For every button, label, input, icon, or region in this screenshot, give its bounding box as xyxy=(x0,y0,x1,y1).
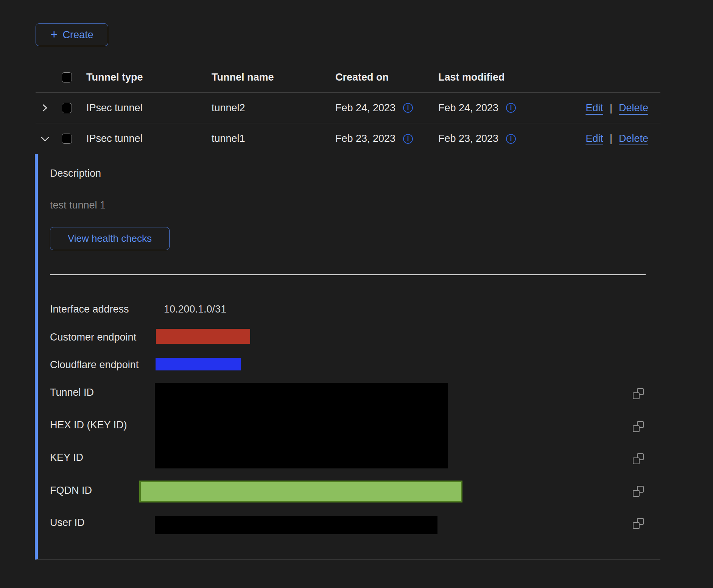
row-checkbox[interactable] xyxy=(62,103,72,113)
plus-icon: + xyxy=(50,28,58,40)
interface-address-label: Interface address xyxy=(50,303,129,315)
cell-created-on: Feb 24, 2023 xyxy=(335,102,395,114)
copy-user-id-button[interactable] xyxy=(633,518,644,529)
row-checkbox[interactable] xyxy=(62,134,72,144)
delete-link[interactable]: Delete xyxy=(619,102,648,114)
cloudflare-endpoint-label: Cloudflare endpoint xyxy=(50,359,139,371)
table-row-tunnel1: IPsec tunnel tunnel1 Feb 23, 2023 i Feb … xyxy=(36,123,660,154)
header-tunnel-name: Tunnel name xyxy=(212,72,335,83)
info-icon[interactable]: i xyxy=(403,134,413,144)
section-divider xyxy=(50,274,646,275)
table-header-row: Tunnel type Tunnel name Created on Last … xyxy=(36,62,660,93)
edit-link[interactable]: Edit xyxy=(585,102,603,114)
edit-link[interactable]: Edit xyxy=(585,133,603,145)
header-last-modified: Last modified xyxy=(438,72,550,83)
tunnel-id-label: Tunnel ID xyxy=(50,387,94,398)
description-value: test tunnel 1 xyxy=(50,199,106,211)
info-icon[interactable]: i xyxy=(506,134,516,144)
copy-tunnel-id-button[interactable] xyxy=(633,388,644,399)
description-label: Description xyxy=(50,168,101,179)
user-id-label: User ID xyxy=(50,517,85,529)
cloudflare-endpoint-redacted-value xyxy=(156,358,241,370)
ids-redacted-value xyxy=(155,383,448,468)
customer-endpoint-label: Customer endpoint xyxy=(50,331,136,343)
cell-tunnel-type: IPsec tunnel xyxy=(86,102,212,114)
copy-hex-id-button[interactable] xyxy=(633,421,644,432)
user-id-redacted-value xyxy=(155,516,437,534)
copy-key-id-button[interactable] xyxy=(633,453,644,464)
create-tunnel-button[interactable]: + Create xyxy=(36,23,108,46)
fqdn-id-label: FQDN ID xyxy=(50,485,92,496)
tunnels-table: Tunnel type Tunnel name Created on Last … xyxy=(36,62,660,154)
table-row-tunnel2: IPsec tunnel tunnel2 Feb 24, 2023 i Feb … xyxy=(36,93,660,123)
customer-endpoint-redacted-value xyxy=(156,329,250,344)
fqdn-id-redacted-value xyxy=(139,481,462,502)
cell-tunnel-name: tunnel2 xyxy=(212,102,335,114)
chevron-right-icon xyxy=(40,103,49,112)
hex-id-label: HEX ID (KEY ID) xyxy=(50,419,127,431)
tunnel-detail-panel: Description test tunnel 1 View health ch… xyxy=(35,154,660,560)
header-tunnel-type: Tunnel type xyxy=(86,72,212,83)
header-created-on: Created on xyxy=(335,72,438,83)
view-health-checks-button[interactable]: View health checks xyxy=(50,227,170,250)
tunnels-page: + Create Tunnel type Tunnel name Created… xyxy=(0,0,713,588)
info-icon[interactable]: i xyxy=(403,103,413,113)
key-id-label: KEY ID xyxy=(50,452,83,464)
copy-fqdn-id-button[interactable] xyxy=(633,486,644,497)
cell-last-modified: Feb 24, 2023 xyxy=(438,102,498,114)
cell-last-modified: Feb 23, 2023 xyxy=(438,133,498,145)
cell-tunnel-name: tunnel1 xyxy=(212,133,335,145)
select-all-checkbox[interactable] xyxy=(62,72,72,82)
interface-address-value: 10.200.1.0/31 xyxy=(164,303,226,315)
actions-separator: | xyxy=(610,133,612,145)
actions-separator: | xyxy=(610,102,612,114)
cell-tunnel-type: IPsec tunnel xyxy=(86,133,212,145)
delete-link[interactable]: Delete xyxy=(619,133,648,145)
chevron-down-icon xyxy=(40,134,50,144)
collapse-row-button[interactable] xyxy=(40,134,50,144)
expand-row-button[interactable] xyxy=(40,103,49,112)
create-button-label: Create xyxy=(63,29,93,41)
cell-created-on: Feb 23, 2023 xyxy=(335,133,395,145)
info-icon[interactable]: i xyxy=(506,103,516,113)
